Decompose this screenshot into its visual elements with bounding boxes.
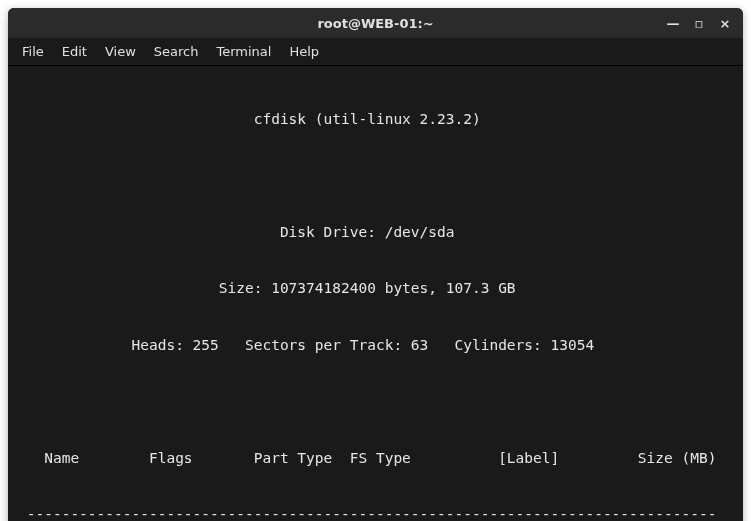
window-controls: — ▫ × (661, 12, 737, 34)
menu-terminal[interactable]: Terminal (216, 44, 271, 59)
titlebar: root@WEB-01:~ — ▫ × (8, 8, 743, 38)
menubar: File Edit View Search Terminal Help (8, 38, 743, 66)
menu-view[interactable]: View (105, 44, 136, 59)
blank (18, 166, 733, 185)
terminal-content[interactable]: cfdisk (util-linux 2.23.2) Disk Drive: /… (8, 66, 743, 521)
menu-file[interactable]: File (22, 44, 44, 59)
header-size: Size: 107374182400 bytes, 107.3 GB (18, 279, 733, 298)
window-title: root@WEB-01:~ (317, 16, 433, 31)
maximize-icon[interactable]: ▫ (687, 12, 711, 34)
column-header: Name Flags Part Type FS Type [Label] Siz… (18, 449, 733, 468)
close-icon[interactable]: × (713, 12, 737, 34)
header-drive: Disk Drive: /dev/sda (18, 223, 733, 242)
menu-edit[interactable]: Edit (62, 44, 87, 59)
header-geom: Heads: 255 Sectors per Track: 63 Cylinde… (18, 336, 733, 355)
menu-search[interactable]: Search (154, 44, 199, 59)
minimize-icon[interactable]: — (661, 12, 685, 34)
bottom-area: [ Help ] [ New ] [ Print ] [ Quit ] [ Un… (18, 495, 733, 521)
blank (18, 392, 733, 411)
terminal-window: root@WEB-01:~ — ▫ × File Edit View Searc… (8, 8, 743, 521)
menu-help[interactable]: Help (289, 44, 319, 59)
header-app: cfdisk (util-linux 2.23.2) (18, 110, 733, 129)
